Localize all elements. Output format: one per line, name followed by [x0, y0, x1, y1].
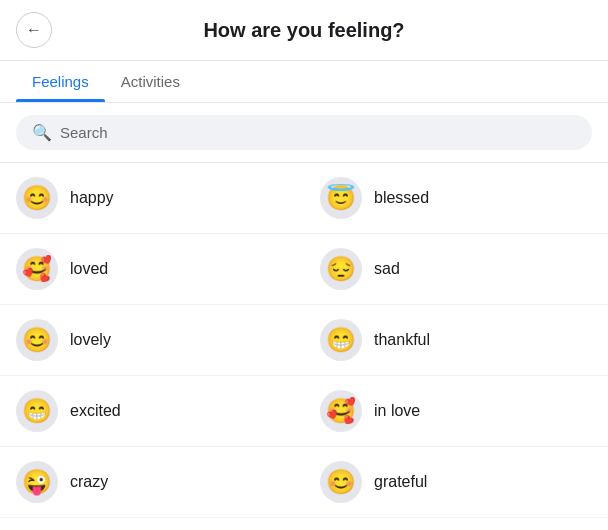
feeling-emoji-in-love: 🥰 — [320, 390, 362, 432]
feeling-label-in-love: in love — [374, 402, 420, 420]
feeling-emoji-sad: 😔 — [320, 248, 362, 290]
feeling-item-loved[interactable]: 🥰loved — [0, 234, 304, 305]
header: ← How are you feeling? — [0, 0, 608, 61]
feeling-label-excited: excited — [70, 402, 121, 420]
feeling-emoji-crazy: 😜 — [16, 461, 58, 503]
feeling-label-happy: happy — [70, 189, 114, 207]
tab-feelings-label: Feelings — [32, 73, 89, 90]
search-icon: 🔍 — [32, 123, 52, 142]
search-input[interactable] — [60, 124, 576, 141]
tabs-container: Feelings Activities — [0, 61, 608, 103]
tab-activities-label: Activities — [121, 73, 180, 90]
feeling-emoji-excited: 😁 — [16, 390, 58, 432]
feeling-label-crazy: crazy — [70, 473, 108, 491]
feeling-emoji-grateful: 😊 — [320, 461, 362, 503]
feeling-item-happy[interactable]: 😊happy — [0, 163, 304, 234]
feeling-item-lovely[interactable]: 😊lovely — [0, 305, 304, 376]
tab-activities[interactable]: Activities — [105, 61, 196, 102]
feeling-item-grateful[interactable]: 😊grateful — [304, 447, 608, 518]
search-box: 🔍 — [16, 115, 592, 150]
feeling-label-thankful: thankful — [374, 331, 430, 349]
feeling-emoji-thankful: 😁 — [320, 319, 362, 361]
feeling-item-excited[interactable]: 😁excited — [0, 376, 304, 447]
feeling-label-loved: loved — [70, 260, 108, 278]
search-container: 🔍 — [0, 103, 608, 163]
feeling-item-crazy[interactable]: 😜crazy — [0, 447, 304, 518]
feeling-label-sad: sad — [374, 260, 400, 278]
page-title: How are you feeling? — [52, 19, 556, 42]
feeling-emoji-loved: 🥰 — [16, 248, 58, 290]
feelings-grid: 😊happy😇blessed🥰loved😔sad😊lovely😁thankful… — [0, 163, 608, 518]
feeling-label-lovely: lovely — [70, 331, 111, 349]
feeling-emoji-blessed: 😇 — [320, 177, 362, 219]
feeling-label-grateful: grateful — [374, 473, 427, 491]
feeling-item-blessed[interactable]: 😇blessed — [304, 163, 608, 234]
feeling-emoji-happy: 😊 — [16, 177, 58, 219]
back-button[interactable]: ← — [16, 12, 52, 48]
feeling-item-thankful[interactable]: 😁thankful — [304, 305, 608, 376]
feeling-item-in-love[interactable]: 🥰in love — [304, 376, 608, 447]
feeling-emoji-lovely: 😊 — [16, 319, 58, 361]
feeling-item-sad[interactable]: 😔sad — [304, 234, 608, 305]
feeling-label-blessed: blessed — [374, 189, 429, 207]
tab-feelings[interactable]: Feelings — [16, 61, 105, 102]
